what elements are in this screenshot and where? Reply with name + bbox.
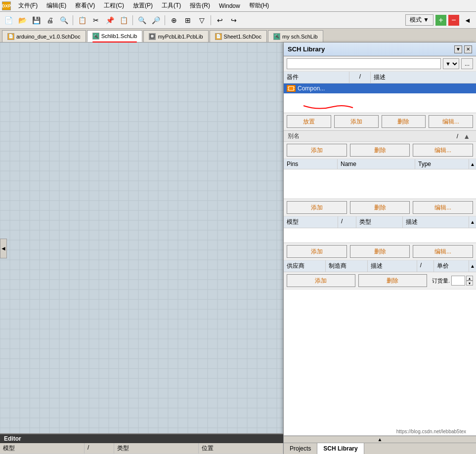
edit-comp-btn[interactable]: 编辑... (429, 115, 473, 128)
tab-arduino[interactable]: 📄 arduino_due_v1.0.SchDoc (2, 30, 86, 42)
remove-supplier-btn[interactable]: 删除 (358, 274, 427, 287)
add-comp-btn[interactable]: 添加 (334, 115, 379, 128)
panel-close-btn[interactable]: ✕ (464, 45, 472, 53)
cut-btn[interactable]: ✂ (89, 14, 102, 27)
component-item-0[interactable]: Compon... (284, 83, 476, 93)
add-model-btn[interactable]: 添加 (287, 245, 347, 258)
add-mode-btn[interactable]: + (435, 15, 446, 26)
wire-btn[interactable]: ⊞ (181, 14, 194, 27)
tab-pcblib[interactable]: 🔲 myPcbLib1.PcbLib (143, 30, 208, 42)
tab-mysch[interactable]: 🔌 my sch.SchLib (268, 30, 323, 42)
pins-table-header: Pins Name Type ▲ (284, 159, 476, 169)
editor-col-type: 类型 (114, 443, 199, 454)
spinner-down-btn[interactable]: ▼ (466, 281, 473, 286)
copy-btn[interactable]: 📋 (76, 14, 88, 27)
main-area: ◄ SCH Library ▼ ✕ ▼ ... 器件 / 描述 (0, 42, 476, 454)
menu-help[interactable]: 帮助(H) (248, 1, 271, 10)
undo-btn[interactable]: ↩ (214, 14, 226, 27)
remove-mode-btn[interactable]: − (448, 15, 459, 26)
editor-header: Editor (0, 434, 283, 443)
open-btn[interactable]: 📂 (16, 14, 29, 27)
new-btn[interactable]: 📄 (2, 14, 15, 27)
col-manufacturer: 制造商 (326, 260, 368, 272)
col-model-slash: / (338, 216, 356, 228)
tab-projects[interactable]: Projects (284, 443, 317, 454)
sep4 (211, 15, 211, 25)
add-supplier-btn[interactable]: 添加 (287, 274, 355, 287)
menu-project[interactable]: 工程(C) (102, 1, 126, 10)
menu-report[interactable]: 报告(R) (188, 1, 212, 10)
spinner-up-btn[interactable]: ▲ (466, 276, 473, 281)
supplier-collapse-btn[interactable]: ▲ (469, 260, 476, 272)
model-collapse-btn[interactable]: ▲ (469, 216, 476, 228)
zoom-out-btn[interactable]: 🔎 (149, 14, 162, 27)
zoom-in-btn[interactable]: 🔍 (135, 14, 148, 27)
sep3 (165, 15, 165, 25)
panel-collapse-arrow[interactable]: ◄ (0, 239, 7, 258)
edit-alias-btn[interactable]: 编辑... (413, 144, 473, 157)
order-qty-label: 订货量. (432, 277, 450, 285)
col-pins: Pins (284, 159, 338, 169)
editor-col-slash: / (85, 443, 114, 454)
col-model-type: 类型 (356, 216, 403, 228)
nav-back-btn[interactable]: ◄ (461, 14, 474, 27)
supplier-btn-row: 添加 删除 订货量. 1 ▲ ▼ (284, 272, 476, 289)
search-dots-btn[interactable]: ... (461, 58, 473, 69)
filter-btn[interactable]: ▽ (195, 14, 208, 27)
paste-btn[interactable]: 📌 (103, 14, 116, 27)
components-btn-row: 放置 添加 删除 编辑... (284, 113, 476, 130)
editor-col-pos: 位置 (199, 443, 283, 454)
edit-model-btn[interactable]: 编辑... (413, 245, 473, 258)
panel-scroll-down[interactable]: ▲ (284, 436, 476, 443)
model-table-header: 模型 / 类型 描述 ▲ (284, 216, 476, 228)
tab-icon-mysch: 🔌 (273, 33, 280, 40)
sep1 (73, 15, 73, 25)
search-dropdown[interactable]: ▼ (443, 58, 459, 69)
spinner-buttons: ▲ ▼ (466, 276, 473, 286)
order-qty-input[interactable]: 1 (451, 276, 465, 286)
menu-place[interactable]: 放置(P) (131, 1, 154, 10)
tab-sch-library[interactable]: SCH Library (317, 443, 364, 454)
order-qty-spinner: 1 ▲ ▼ (451, 276, 473, 286)
remove-comp-btn[interactable]: 删除 (382, 115, 426, 128)
remove-pins-btn[interactable]: 删除 (350, 201, 410, 214)
menu-file[interactable]: 文件(F) (17, 1, 39, 10)
dxp-logo[interactable]: DXP (2, 1, 11, 10)
place-btn[interactable]: 放置 (287, 115, 331, 128)
alias-btn-row: 添加 删除 编辑... (284, 142, 476, 159)
menu-window[interactable]: Window (217, 2, 242, 10)
tab-sheet[interactable]: 📄 Sheet1.SchDoc (210, 30, 267, 42)
col-device: 器件 (284, 72, 349, 83)
sch-panel: SCH Library ▼ ✕ ▼ ... 器件 / 描述 (283, 42, 476, 454)
comp-icon-0 (287, 85, 296, 92)
col-model-desc: 描述 (403, 216, 469, 228)
panel-pin-btn[interactable]: ▼ (454, 45, 462, 53)
preview-btn[interactable]: 🔍 (57, 14, 70, 27)
paste2-btn[interactable]: 📋 (117, 14, 130, 27)
col-slash: / (349, 72, 371, 83)
menu-edit[interactable]: 编辑(E) (45, 1, 68, 10)
mode-button[interactable]: 模式 ▼ (405, 14, 433, 26)
edit-pins-btn[interactable]: 编辑... (413, 201, 473, 214)
add-alias-btn[interactable]: 添加 (287, 144, 347, 157)
order-qty-group: 订货量. 1 ▲ ▼ (432, 276, 473, 286)
save-btn[interactable]: 💾 (30, 14, 43, 27)
remove-alias-btn[interactable]: 删除 (350, 144, 410, 157)
redo-btn[interactable]: ↪ (227, 14, 240, 27)
alias-collapse-btn[interactable]: ▲ (461, 132, 472, 140)
svg-rect-0 (289, 86, 294, 90)
remove-model-btn[interactable]: 删除 (350, 245, 410, 258)
tab-schlib[interactable]: 🔌 Schlib1.SchLib (87, 30, 143, 42)
component-list: Compon... (284, 83, 476, 113)
select-btn[interactable]: ⊕ (168, 14, 180, 27)
col-supplier: 供应商 (284, 260, 326, 272)
search-row: ▼ ... (284, 56, 476, 72)
add-pins-btn[interactable]: 添加 (287, 201, 347, 214)
menu-view[interactable]: 察看(V) (74, 1, 96, 10)
search-input[interactable] (287, 58, 441, 69)
print-btn[interactable]: 🖨 (43, 14, 56, 27)
supplier-table (284, 289, 476, 436)
editor-panel: Editor 模型 / 类型 位置 (0, 433, 283, 454)
pins-collapse-btn[interactable]: ▲ (469, 159, 476, 169)
menu-tools[interactable]: 工具(T) (160, 1, 182, 10)
